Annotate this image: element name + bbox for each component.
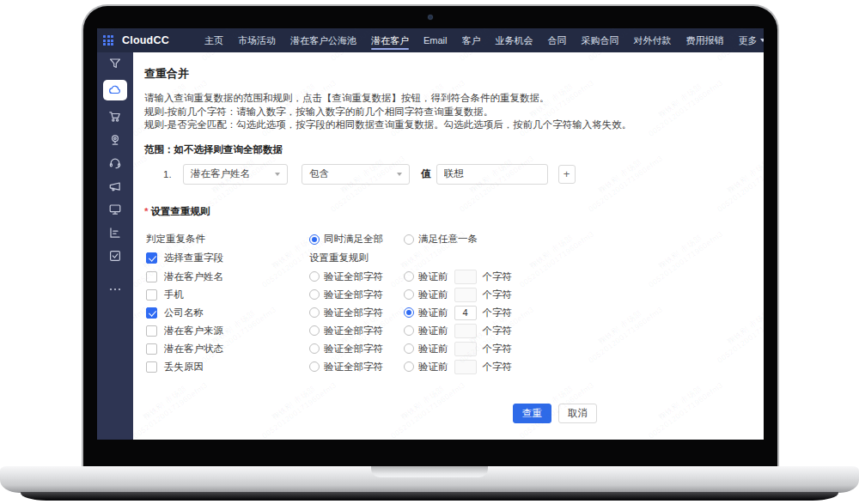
nav-item-费用报销[interactable]: 费用报销 bbox=[685, 28, 723, 52]
field-checkbox[interactable] bbox=[146, 343, 157, 355]
app-launcher-button[interactable] bbox=[103, 35, 113, 46]
nav-item-合同[interactable]: 合同 bbox=[547, 28, 566, 52]
operator-select-value: 包含 bbox=[309, 167, 329, 180]
sidebar-item[interactable] bbox=[104, 57, 126, 70]
field-label: 手机 bbox=[164, 288, 184, 301]
condition-option: 同时满足全部 bbox=[309, 233, 404, 246]
field-select[interactable]: 潜在客户姓名 bbox=[183, 164, 288, 185]
full-chars-option: 验证全部字符 bbox=[309, 307, 404, 319]
field-column: 手机 bbox=[146, 288, 309, 301]
radio-full-chars[interactable] bbox=[309, 343, 320, 354]
sidebar-item[interactable] bbox=[104, 133, 126, 147]
field-rule-row: 公司名称验证全部字符验证前个字符 bbox=[146, 307, 764, 319]
add-condition-button[interactable]: + bbox=[558, 165, 576, 184]
sidebar-item[interactable] bbox=[104, 110, 126, 124]
nav-item-更多[interactable]: 更多 bbox=[738, 28, 764, 52]
condition-label: 判定重复条件 bbox=[146, 233, 205, 246]
operator-select[interactable]: 包含 bbox=[302, 164, 410, 185]
laptop-base-shadow bbox=[21, 492, 838, 501]
radio-full-chars[interactable] bbox=[309, 325, 320, 336]
field-checkbox[interactable] bbox=[146, 361, 157, 373]
field-rules-list: 潜在客户姓名验证全部字符验证前个字符手机验证全部字符验证前个字符公司名称验证全部… bbox=[133, 270, 764, 373]
radio-满足任意一条[interactable] bbox=[404, 234, 414, 245]
intro-line: 规则-按前几个字符：请输入数字，按输入数字的前几个相同字符查询重复数据。 bbox=[144, 106, 764, 119]
char-count-input[interactable] bbox=[454, 288, 477, 302]
field-checkbox[interactable] bbox=[146, 307, 157, 319]
field-rule-row: 丢失原因验证全部字符验证前个字符 bbox=[146, 361, 764, 373]
sidebar-item[interactable] bbox=[104, 226, 126, 240]
field-label: 潜在客户来源 bbox=[164, 325, 223, 337]
char-count-input[interactable] bbox=[454, 306, 477, 320]
radio-prefix-chars[interactable] bbox=[404, 271, 414, 282]
nav-item-客户[interactable]: 客户 bbox=[461, 28, 480, 52]
nav-item-对外付款[interactable]: 对外付款 bbox=[633, 28, 671, 52]
full-chars-label: 验证全部字符 bbox=[324, 325, 383, 337]
radio-prefix-chars[interactable] bbox=[404, 361, 414, 372]
field-label: 公司名称 bbox=[164, 307, 204, 319]
radio-prefix-chars[interactable] bbox=[404, 325, 414, 336]
sidebar-item[interactable] bbox=[104, 203, 126, 216]
fields-header-row: 选择查重字段 设置重复规则 bbox=[146, 252, 764, 265]
sidebar-item[interactable] bbox=[103, 80, 127, 100]
nav-item-业务机会[interactable]: 业务机会 bbox=[495, 28, 533, 52]
field-checkbox[interactable] bbox=[146, 325, 157, 337]
required-asterisk: * bbox=[144, 206, 148, 216]
full-chars-label: 验证全部字符 bbox=[324, 288, 383, 301]
field-rule-row: 潜在客户姓名验证全部字符验证前个字符 bbox=[146, 270, 764, 283]
radio-prefix-chars[interactable] bbox=[404, 343, 414, 354]
prefix-chars-option: 验证前个字符 bbox=[404, 360, 512, 374]
radio-prefix-chars[interactable] bbox=[404, 289, 414, 300]
field-column: 潜在客户来源 bbox=[146, 325, 309, 337]
chart-icon bbox=[108, 226, 122, 240]
radio-prefix-chars[interactable] bbox=[404, 307, 414, 318]
field-select-value: 潜在客户姓名 bbox=[191, 167, 250, 180]
suffix-label: 个字符 bbox=[483, 307, 513, 319]
full-chars-label: 验证全部字符 bbox=[324, 307, 383, 319]
radio-full-chars[interactable] bbox=[309, 289, 320, 300]
nav-item-Email[interactable]: Email bbox=[423, 28, 448, 52]
field-column: 丢失原因 bbox=[146, 361, 309, 373]
radio-full-chars[interactable] bbox=[309, 361, 320, 372]
suffix-label: 个字符 bbox=[483, 270, 513, 283]
nav-item-潜在客户[interactable]: 潜在客户 bbox=[371, 28, 409, 52]
value-input[interactable] bbox=[436, 164, 548, 185]
char-count-input[interactable] bbox=[454, 324, 477, 338]
full-chars-option: 验证全部字符 bbox=[309, 361, 404, 373]
prefix-chars-option: 验证前个字符 bbox=[404, 342, 512, 356]
nav-item-主页[interactable]: 主页 bbox=[204, 28, 223, 52]
nav-item-潜在客户公海池[interactable]: 潜在客户公海池 bbox=[290, 28, 356, 52]
radio-同时满足全部[interactable] bbox=[309, 234, 320, 245]
dedupe-button[interactable]: 查重 bbox=[513, 404, 551, 423]
char-count-input[interactable] bbox=[454, 360, 477, 374]
nav-item-市场活动[interactable]: 市场活动 bbox=[238, 28, 276, 52]
select-fields-checkbox[interactable] bbox=[146, 252, 157, 264]
full-chars-option: 验证全部字符 bbox=[309, 343, 404, 355]
radio-full-chars[interactable] bbox=[309, 307, 320, 318]
suffix-label: 个字符 bbox=[483, 325, 513, 337]
radio-full-chars[interactable] bbox=[309, 271, 320, 282]
cloud-icon bbox=[108, 83, 122, 97]
sidebar-item[interactable] bbox=[104, 282, 126, 296]
nav-item-采购合同[interactable]: 采购合同 bbox=[581, 28, 618, 52]
field-checkbox[interactable] bbox=[146, 271, 157, 282]
char-count-input[interactable] bbox=[454, 270, 477, 284]
field-checkbox[interactable] bbox=[146, 289, 157, 301]
full-chars-label: 验证全部字符 bbox=[324, 343, 383, 355]
sidebar-item[interactable] bbox=[104, 156, 126, 170]
top-navbar: CloudCC 主页市场活动潜在客户公海池潜在客户Email客户业务机会合同采购… bbox=[97, 28, 764, 52]
field-rule-row: 潜在客户状态验证全部字符验证前个字符 bbox=[146, 343, 764, 355]
scope-label: 范围：如不选择则查询全部数据 bbox=[144, 143, 764, 156]
field-rule-row: 手机验证全部字符验证前个字符 bbox=[146, 288, 764, 301]
laptop-notch bbox=[371, 466, 488, 477]
condition-option-label: 满足任意一条 bbox=[418, 233, 478, 246]
char-count-input[interactable] bbox=[454, 342, 477, 356]
cart-icon bbox=[108, 110, 122, 124]
sidebar-item[interactable] bbox=[104, 249, 126, 263]
full-chars-label: 验证全部字符 bbox=[324, 270, 383, 283]
check-square-icon bbox=[108, 249, 122, 263]
cancel-button[interactable]: 取消 bbox=[558, 404, 597, 423]
grid-icon bbox=[103, 35, 113, 46]
main-content: 查重合并 请输入查询重复数据的范围和规则，点击【查询重复数据】按钮，得到符合条件… bbox=[133, 52, 764, 440]
sidebar-item[interactable] bbox=[104, 179, 126, 193]
left-sidebar bbox=[97, 52, 133, 440]
